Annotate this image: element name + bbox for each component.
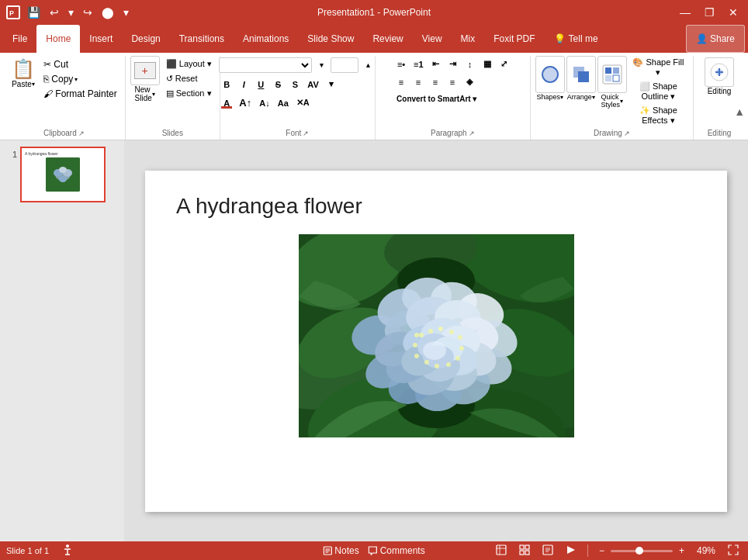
fontcolor-button[interactable]: A bbox=[219, 97, 234, 109]
undo-button[interactable]: ↩ bbox=[46, 5, 63, 20]
zoom-slider[interactable]: − + bbox=[596, 544, 687, 558]
menu-transitions[interactable]: Transitions bbox=[170, 25, 234, 53]
smartart-button[interactable]: ◈ bbox=[462, 75, 477, 88]
indent-increase[interactable]: ⇥ bbox=[445, 57, 461, 71]
changecase-button[interactable]: Aa bbox=[275, 97, 292, 109]
save-button[interactable]: 💾 bbox=[23, 5, 44, 20]
redo-button[interactable]: ↪ bbox=[79, 5, 96, 20]
menu-file[interactable]: File bbox=[3, 25, 36, 53]
menu-home[interactable]: Home bbox=[36, 25, 80, 53]
textsize-increase[interactable]: A↑ bbox=[236, 95, 255, 110]
para-expand-icon[interactable]: ↗ bbox=[469, 130, 475, 137]
menu-tellme[interactable]: 💡Tell me bbox=[545, 25, 608, 53]
slide-number: 1 bbox=[5, 147, 17, 159]
font-row2: B I U S S AV ▾ bbox=[219, 76, 338, 92]
ribbon-collapse-button[interactable]: ▲ bbox=[734, 105, 745, 118]
zoom-percent[interactable]: 49% bbox=[694, 544, 719, 558]
slide-canvas[interactable]: A hydrangea flower bbox=[145, 171, 727, 512]
convert-smtart[interactable]: Convert to SmartArt ▾ bbox=[393, 93, 480, 105]
svg-point-72 bbox=[413, 343, 417, 347]
menu-animations[interactable]: Animations bbox=[234, 25, 298, 53]
font-family-select[interactable] bbox=[219, 57, 312, 73]
slide-thumbnail[interactable]: A hydrangea flower bbox=[20, 147, 106, 202]
columns-button[interactable]: ▦ bbox=[480, 57, 495, 71]
layout-button[interactable]: ⬛ Layout ▾ bbox=[163, 57, 215, 71]
font-size-input[interactable]: 44 bbox=[331, 57, 358, 73]
menu-share[interactable]: 👤 Share bbox=[686, 25, 745, 53]
font-size-decrease[interactable]: ▾ bbox=[313, 60, 329, 71]
align-right[interactable]: ≡ bbox=[428, 76, 443, 88]
menu-design[interactable]: Design bbox=[122, 25, 169, 53]
italic-button[interactable]: I bbox=[236, 78, 251, 91]
fit-slide-button[interactable] bbox=[725, 543, 742, 559]
font-size-increase[interactable]: ▴ bbox=[360, 60, 376, 71]
svg-text:P: P bbox=[9, 9, 14, 17]
shape-fill[interactable]: 🎨 Shape Fill ▾ bbox=[629, 56, 688, 79]
zoom-thumb bbox=[635, 547, 643, 555]
shape-outline[interactable]: ⬜ Shape Outline ▾ bbox=[629, 80, 688, 103]
menu-insert[interactable]: Insert bbox=[80, 25, 122, 53]
reset-button[interactable]: ↺ Reset bbox=[163, 72, 215, 85]
more-button[interactable]: ▾ bbox=[119, 5, 133, 20]
menu-foxitpdf[interactable]: Foxit PDF bbox=[484, 25, 544, 53]
charspacing-button[interactable]: AV bbox=[304, 78, 321, 91]
arrange-button[interactable]: Arrange ▾ bbox=[566, 56, 596, 127]
menu-mix[interactable]: Mix bbox=[452, 25, 485, 53]
new-slide-button[interactable]: + NewSlide ▾ bbox=[130, 56, 160, 102]
paste-icon: 📋 bbox=[12, 58, 35, 80]
underline-button[interactable]: U bbox=[253, 78, 268, 91]
section-button[interactable]: ▤ Section ▾ bbox=[163, 87, 215, 100]
menu-review[interactable]: Review bbox=[363, 25, 412, 53]
align-left[interactable]: ≡ bbox=[393, 76, 409, 88]
restore-button[interactable]: ❐ bbox=[701, 5, 719, 20]
zoom-in-button[interactable]: + bbox=[676, 544, 687, 558]
slide-image[interactable] bbox=[299, 234, 574, 437]
linesp-button[interactable]: ↕ bbox=[462, 58, 478, 71]
cut-button[interactable]: ✂ Cut bbox=[40, 57, 120, 71]
more-font-button[interactable]: ▾ bbox=[324, 78, 339, 91]
slideshow-button[interactable] bbox=[563, 543, 580, 559]
svg-point-62 bbox=[428, 329, 433, 334]
editing-btn-main[interactable]: Editing bbox=[698, 56, 740, 97]
shape-effects[interactable]: ✨ Shape Effects ▾ bbox=[629, 104, 688, 127]
numbering-button[interactable]: ≡1 bbox=[410, 58, 427, 71]
font-expand-icon[interactable]: ↗ bbox=[303, 130, 309, 137]
bold-button[interactable]: B bbox=[219, 78, 234, 91]
textsize-decrease[interactable]: A↓ bbox=[256, 97, 272, 109]
accessibility-button[interactable] bbox=[58, 542, 77, 560]
notes-button[interactable]: Notes bbox=[320, 544, 362, 558]
copy-button[interactable]: ⎘ Copy ▾ bbox=[40, 72, 120, 86]
svg-point-69 bbox=[435, 364, 439, 368]
slide-sorter-button[interactable] bbox=[516, 543, 533, 559]
minimize-button[interactable]: — bbox=[676, 5, 694, 20]
zoom-track[interactable] bbox=[611, 550, 673, 552]
bullets-button[interactable]: ≡• bbox=[393, 58, 409, 71]
menu-slideshow[interactable]: Slide Show bbox=[298, 25, 363, 53]
shape-fill-button[interactable]: 🎨 Shape Fill ▾ ⬜ Shape Outline ▾ ✨ Shape… bbox=[629, 56, 688, 127]
format-painter-button[interactable]: 🖌 Format Painter bbox=[40, 87, 120, 101]
font-row3: A A↑ A↓ Aa ✕A bbox=[219, 94, 312, 112]
slide-thumb-container: 1 A hydrangea flower bbox=[5, 147, 119, 202]
drawing-expand-icon[interactable]: ↗ bbox=[624, 130, 630, 137]
justify[interactable]: ≡ bbox=[445, 76, 460, 88]
para-row1: ≡• ≡1 ⇤ ⇥ ↕ ▦ ⤢ bbox=[393, 56, 512, 72]
normal-view-button[interactable] bbox=[493, 543, 510, 559]
zoom-out-button[interactable]: − bbox=[596, 544, 608, 558]
shapes-button[interactable]: Shapes ▾ bbox=[535, 56, 565, 127]
status-bar: Slide 1 of 1 Notes Comments bbox=[0, 541, 748, 560]
customize-button[interactable]: ⬤ bbox=[98, 5, 118, 20]
undo-dropdown[interactable]: ▾ bbox=[64, 5, 78, 20]
comments-button[interactable]: Comments bbox=[365, 544, 428, 558]
quick-styles-button[interactable]: QuickStyles ▾ bbox=[597, 56, 627, 127]
indent-decrease[interactable]: ⇤ bbox=[428, 57, 444, 71]
paste-button[interactable]: 📋 Paste▾ bbox=[8, 56, 39, 91]
shadow-button[interactable]: S bbox=[287, 78, 303, 91]
clearformat-button[interactable]: ✕A bbox=[293, 96, 313, 109]
close-button[interactable]: ✕ bbox=[725, 5, 742, 20]
align-center[interactable]: ≡ bbox=[410, 76, 426, 88]
strikethrough-button[interactable]: S bbox=[270, 78, 286, 91]
menu-view[interactable]: View bbox=[413, 25, 452, 53]
reading-view-button[interactable] bbox=[539, 543, 556, 559]
text-dir-button[interactable]: ⤢ bbox=[497, 57, 512, 71]
clipboard-expand-icon[interactable]: ↗ bbox=[78, 130, 85, 137]
